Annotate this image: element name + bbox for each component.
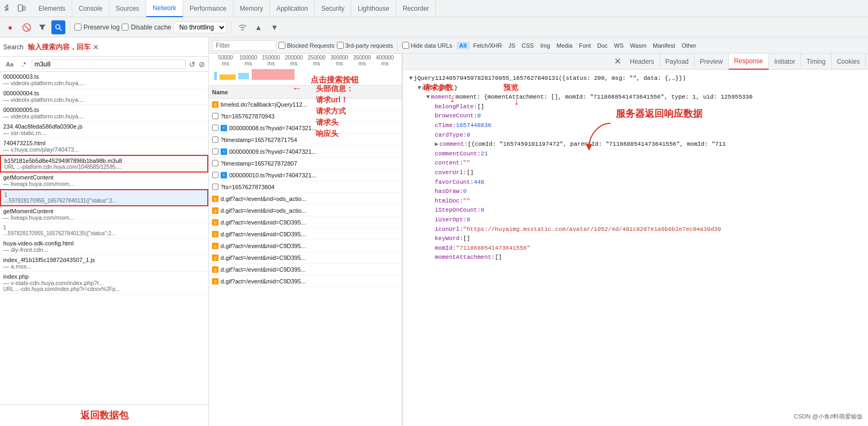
- list-item[interactable]: index_4f1b15f5c19872d43507_1.js — a.mss.…: [0, 255, 208, 272]
- preserve-log-check[interactable]: Preserve log: [74, 24, 119, 31]
- disable-cache-check[interactable]: Disable cache: [122, 24, 171, 31]
- tab-lighthouse[interactable]: Lighthouse: [351, 0, 396, 17]
- list-item[interactable]: 000000003.ts — videotx-platform.cdn.huya…: [0, 72, 208, 88]
- table-row[interactable]: g d.gif?act=/event&rid=ods_actio...: [209, 193, 402, 205]
- ftype-wasm[interactable]: Wasm: [628, 42, 650, 49]
- clear-button[interactable]: 🚫: [19, 20, 33, 34]
- wifi-icon[interactable]: [236, 20, 250, 34]
- tab-security[interactable]: Security: [315, 0, 351, 17]
- ftype-other[interactable]: Other: [679, 42, 699, 49]
- ftype-xhr[interactable]: Fetch/XHR: [471, 42, 505, 49]
- list-item[interactable]: 000000005.ts — videotx-platform.cdn.huya…: [0, 105, 208, 122]
- ftype-img[interactable]: Img: [538, 42, 553, 49]
- row-checkbox[interactable]: [212, 183, 218, 190]
- refresh-search-button[interactable]: ↺: [189, 60, 195, 69]
- table-row[interactable]: t 000000010.ts?hyvid=74047321...: [209, 169, 402, 181]
- data-triangle[interactable]: ▼: [418, 84, 421, 93]
- hide-data-urls-check[interactable]: Hide data URLs: [402, 42, 452, 49]
- table-row[interactable]: g d.gif?act=/event&mid=C9D395...: [209, 252, 402, 264]
- tab-payload[interactable]: Payload: [660, 54, 695, 70]
- row-checkbox[interactable]: [212, 113, 218, 119]
- table-row[interactable]: ?timestamp=1657627872807: [209, 158, 402, 169]
- record-button[interactable]: ●: [3, 20, 17, 34]
- table-row[interactable]: g d.gif?act=/event&mid=C9D395...: [209, 216, 402, 228]
- list-item[interactable]: index.php — v-stats-cdn.huya.com/index.p…: [0, 272, 208, 294]
- row-checkbox[interactable]: [212, 148, 218, 155]
- device-toggle-icon[interactable]: [15, 2, 28, 15]
- list-item[interactable]: getMomentContent — liveapi.huya.com/mom.…: [0, 206, 208, 223]
- tab-response[interactable]: Response: [729, 54, 769, 70]
- search-button[interactable]: [51, 20, 65, 34]
- table-row[interactable]: t 000000008.ts?hyvid=74047321...: [209, 122, 402, 134]
- row-checkbox[interactable]: [212, 171, 218, 178]
- tab-memory[interactable]: Memory: [233, 0, 270, 17]
- table-row[interactable]: g d.gif?act=/event&rid=ods_actio...: [209, 205, 402, 216]
- tab-initiator[interactable]: Initiator: [769, 54, 801, 70]
- third-party-check[interactable]: 3rd-party requests: [337, 42, 393, 49]
- list-item[interactable]: huya-video-sdk-config.html — diy-front.c…: [0, 238, 208, 255]
- dot-star-button[interactable]: .*: [19, 60, 28, 69]
- list-item-m3u8[interactable]: b15f181e5b5d8e452949f7896b1ba98b.m3u8 UR…: [0, 155, 208, 173]
- table-row[interactable]: ?timestamp=1657627871754: [209, 134, 402, 146]
- tab-sources[interactable]: Sources: [109, 0, 146, 17]
- import-icon[interactable]: ▲: [252, 20, 266, 34]
- preserve-log-checkbox[interactable]: [74, 24, 81, 31]
- table-row[interactable]: g d.gif?act=/event&mid=C9D395...: [209, 240, 402, 252]
- ftype-manifest[interactable]: Manifest: [650, 42, 678, 49]
- tab-application[interactable]: Application: [270, 0, 315, 17]
- throttling-select[interactable]: No throttling Fast 3G Slow 3G: [173, 21, 227, 33]
- blocked-checkbox[interactable]: [278, 42, 285, 49]
- ftype-ws[interactable]: WS: [612, 42, 627, 49]
- tab-elements[interactable]: Elements: [32, 0, 72, 17]
- ftype-doc[interactable]: Doc: [594, 42, 610, 49]
- tab-cookies[interactable]: Cookies: [832, 54, 866, 70]
- blocked-requests-check[interactable]: Blocked Requests: [278, 42, 335, 49]
- table-row[interactable]: g d.gif?act=/event&mid=C9D395...: [209, 228, 402, 240]
- hide-data-checkbox[interactable]: [402, 42, 409, 49]
- table-row[interactable]: g d.gif?act=/event&mid=C9D395...: [209, 264, 402, 275]
- comment-triangle[interactable]: ▶: [435, 140, 439, 150]
- collapse-triangle[interactable]: ▼: [409, 74, 413, 84]
- ftype-all[interactable]: All: [457, 42, 470, 49]
- tab-console[interactable]: Console: [72, 0, 109, 17]
- blocked-label: Blocked Requests: [287, 42, 335, 49]
- list-item[interactable]: 1 ...597828170955_1657627840135({"status…: [0, 223, 208, 238]
- list-item[interactable]: 000000004.ts — videotx-platform.cdn.huya…: [0, 88, 208, 105]
- ftype-css[interactable]: CSS: [519, 42, 537, 49]
- table-row[interactable]: ?ts=1657627873804: [209, 181, 402, 193]
- moment-triangle[interactable]: ▼: [426, 93, 430, 102]
- list-item[interactable]: getMomentContent — liveapi.huya.com/mom.…: [0, 173, 208, 189]
- tab-timing[interactable]: Timing: [801, 54, 832, 70]
- response-content[interactable]: ▼ jQuery112405794597828170955_1657627840…: [403, 70, 868, 426]
- tab-performance[interactable]: Performance: [183, 0, 233, 17]
- third-party-checkbox[interactable]: [337, 42, 344, 49]
- filter-input[interactable]: [212, 40, 276, 51]
- inspect-icon[interactable]: [2, 2, 15, 15]
- row-checkbox[interactable]: [212, 160, 218, 167]
- list-item[interactable]: 740473215.html — v.huya.com/play/740473.…: [0, 138, 208, 155]
- table-row[interactable]: g timelist.do?callback=jQuery112...: [209, 99, 402, 110]
- row-checkbox[interactable]: [212, 124, 218, 131]
- table-row[interactable]: g d.gif?act=/event&mid=C9D395...: [209, 275, 402, 287]
- disable-cache-checkbox[interactable]: [122, 24, 129, 31]
- aa-button[interactable]: Aa: [3, 60, 16, 69]
- close-detail-button[interactable]: ✕: [611, 56, 624, 66]
- tab-headers[interactable]: Headers: [624, 54, 660, 70]
- table-row[interactable]: ?ts=1657627870943: [209, 110, 402, 122]
- network-list[interactable]: 000000003.ts — videotx-platform.cdn.huya…: [0, 72, 208, 404]
- export-icon[interactable]: ▼: [268, 20, 282, 34]
- table-row[interactable]: t 000000009.ts?hyvid=74047321...: [209, 146, 402, 158]
- row-checkbox[interactable]: [212, 136, 218, 143]
- tab-preview[interactable]: Preview: [695, 54, 729, 70]
- list-item[interactable]: 234.40ac8feda586dfa0390e.js — ssr-static…: [0, 122, 208, 138]
- ftype-media[interactable]: Media: [554, 42, 575, 49]
- list-item-selected[interactable]: 1 ...597828170955_1657627840131({"status…: [0, 189, 208, 206]
- tab-recorder[interactable]: Recorder: [396, 0, 436, 17]
- tab-network[interactable]: Network: [146, 0, 183, 17]
- ftype-font[interactable]: Font: [576, 42, 593, 49]
- search-close-button[interactable]: ✕: [93, 43, 99, 51]
- search-input[interactable]: [32, 59, 186, 69]
- ftype-js[interactable]: JS: [505, 42, 518, 49]
- filter-button[interactable]: [35, 20, 49, 34]
- clear-search-button[interactable]: ⊘: [199, 60, 205, 69]
